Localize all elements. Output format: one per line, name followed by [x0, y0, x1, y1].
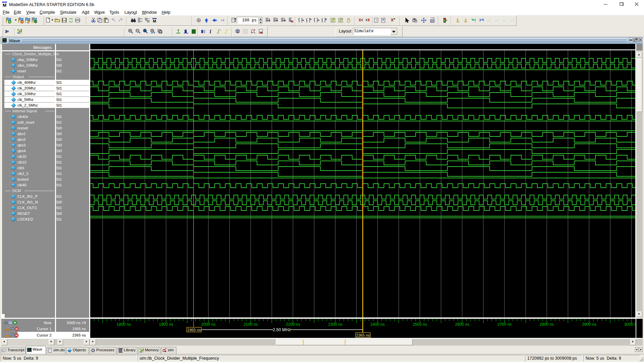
svg-text:1800 ns: 1800 ns [117, 322, 131, 327]
svg-text:2000 ns: 2000 ns [201, 322, 216, 327]
svg-text:2365 ns: 2365 ns [356, 333, 370, 337]
svg-text:3: 3 [5, 29, 7, 34]
svg-text:2200 ns: 2200 ns [286, 322, 300, 327]
svg-text:2900 ns: 2900 ns [582, 322, 596, 327]
svg-text:2400 ns: 2400 ns [370, 322, 385, 327]
svg-text:1965 ns: 1965 ns [187, 328, 201, 332]
svg-text:2300 ns: 2300 ns [328, 322, 342, 327]
svg-text:2500 ns: 2500 ns [413, 322, 427, 327]
svg-text:?: ? [375, 19, 377, 22]
svg-text:M: M [153, 19, 156, 23]
svg-text:2800 ns: 2800 ns [540, 322, 554, 327]
svg-text:1900 ns: 1900 ns [159, 322, 173, 327]
svg-text:M: M [3, 3, 6, 7]
svg-text:2700 ns: 2700 ns [497, 322, 512, 327]
svg-text:2.50 MHz: 2.50 MHz [273, 327, 291, 332]
svg-text:2100 ns: 2100 ns [244, 322, 258, 327]
svg-text:2600 ns: 2600 ns [455, 322, 470, 327]
